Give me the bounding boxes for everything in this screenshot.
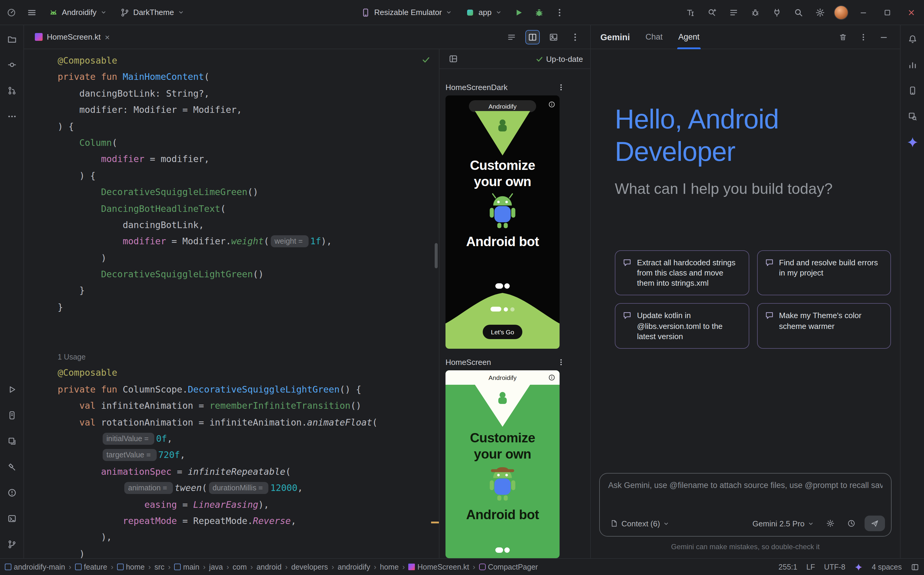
problems-tool-icon[interactable] xyxy=(4,485,19,500)
profiler-icon[interactable] xyxy=(905,57,920,73)
pull-requests-icon[interactable] xyxy=(4,83,19,98)
preview-name-light[interactable]: HomeScreen xyxy=(445,357,491,367)
task-list-icon[interactable] xyxy=(726,5,741,20)
breadcrumb-item[interactable]: home xyxy=(117,563,145,571)
send-button[interactable] xyxy=(865,516,885,531)
running-devices-icon[interactable] xyxy=(905,83,920,98)
design-view-icon[interactable] xyxy=(546,29,561,45)
file-encoding[interactable]: UTF-8 xyxy=(824,563,845,571)
debug-button[interactable] xyxy=(531,5,547,20)
build-variants-icon[interactable] xyxy=(4,434,19,449)
tab-chat[interactable]: Chat xyxy=(646,25,663,49)
code-line[interactable]: DancingBotHeadlineText( xyxy=(58,201,439,217)
logcat-tool-icon[interactable] xyxy=(4,408,19,423)
gemini-menu-icon[interactable] xyxy=(856,29,871,45)
model-selector[interactable]: Gemini 2.5 Pro xyxy=(750,517,817,530)
breadcrumb-item[interactable]: feature xyxy=(75,563,107,571)
breadcrumb-item[interactable]: androidify xyxy=(338,563,370,571)
breadcrumb-item[interactable]: androidify-main xyxy=(5,563,65,571)
code-line[interactable]: @Composable xyxy=(58,365,439,382)
code-line[interactable] xyxy=(58,316,439,332)
code-line[interactable]: modifier = modifier, xyxy=(58,152,439,168)
caret-position[interactable]: 255:1 xyxy=(778,563,797,571)
code-line[interactable]: @Composable xyxy=(58,53,439,69)
editor-scrollbar-thumb[interactable] xyxy=(435,243,438,268)
indent-setting[interactable]: 4 spaces xyxy=(872,563,902,571)
breadcrumb-item[interactable]: HomeScreen.kt xyxy=(408,563,469,571)
lets-go-button[interactable]: Let's Go xyxy=(483,325,522,339)
code-line[interactable]: val rotationAnimation = infiniteAnimatio… xyxy=(58,415,439,431)
preview-name-dark[interactable]: HomeScreenDark xyxy=(445,83,507,92)
version-control-icon[interactable] xyxy=(4,537,19,552)
search-sparkle-icon[interactable] xyxy=(704,5,720,20)
window-layout-icon[interactable] xyxy=(911,563,919,571)
preview-menu-icon[interactable] xyxy=(555,356,567,368)
breadcrumb-item[interactable]: com xyxy=(233,563,247,571)
prompt-settings-icon[interactable] xyxy=(822,516,838,531)
code-line[interactable]: } xyxy=(58,283,439,300)
preview-build-status[interactable]: Up-to-date xyxy=(535,54,583,64)
inspections-ok-icon[interactable] xyxy=(421,55,431,64)
gemini-suggestion-card[interactable]: Find and resolve build errors in my proj… xyxy=(757,250,891,295)
run-tool-icon[interactable] xyxy=(4,382,19,397)
breadcrumb-item[interactable]: android xyxy=(256,563,281,571)
tab-close-icon[interactable]: × xyxy=(105,33,110,41)
main-menu-icon[interactable] xyxy=(24,5,40,20)
window-close-button[interactable] xyxy=(902,5,921,20)
device-selector[interactable]: Resizable Emulator xyxy=(357,6,456,19)
code-line[interactable]: dancingBotLink, xyxy=(58,217,439,234)
run-configuration-selector[interactable]: app xyxy=(461,6,506,19)
project-tool-icon[interactable] xyxy=(4,31,19,47)
gemini-suggestion-card[interactable]: Extract all hardcoded strings from this … xyxy=(615,250,749,295)
user-avatar[interactable] xyxy=(834,5,848,19)
tab-agent[interactable]: Agent xyxy=(678,25,700,49)
gemini-star-icon[interactable] xyxy=(905,135,920,150)
gemini-suggestion-card[interactable]: Make my Theme's color scheme warmer xyxy=(757,303,891,349)
split-view-icon[interactable] xyxy=(525,30,540,44)
code-line[interactable]: repeatMode = RepeatMode.Reverse, xyxy=(58,513,439,530)
more-tools-icon[interactable] xyxy=(4,109,19,124)
gemini-prompt-box[interactable]: Ask Gemini, use @filename to attach sour… xyxy=(599,473,892,537)
breadcrumb-item[interactable]: main xyxy=(174,563,199,571)
code-line[interactable]: private fun MainHomeContent( xyxy=(58,69,439,86)
code-line[interactable]: 1 Usage xyxy=(58,349,439,365)
preview-device-dark[interactable]: Androidify Customize your own xyxy=(445,95,560,349)
code-line[interactable]: dancingBotLink: String?, xyxy=(58,86,439,102)
code-line[interactable]: ) { xyxy=(58,168,439,184)
line-ending[interactable]: LF xyxy=(806,563,815,571)
terminal-tool-icon[interactable] xyxy=(4,511,19,526)
editor-menu-icon[interactable] xyxy=(567,29,583,45)
plugin-icon[interactable] xyxy=(769,5,785,20)
context-selector[interactable]: Context (6) xyxy=(607,517,673,530)
ai-assist-icon[interactable] xyxy=(854,563,863,571)
settings-gear-icon[interactable] xyxy=(812,5,828,20)
code-line[interactable]: ) xyxy=(58,250,439,267)
code-line[interactable] xyxy=(58,332,439,349)
text-tool-icon[interactable] xyxy=(683,5,698,20)
more-actions-icon[interactable] xyxy=(552,5,567,20)
window-maximize-button[interactable] xyxy=(878,5,896,20)
notifications-icon[interactable] xyxy=(905,31,920,47)
breadcrumb-item[interactable]: CompactPager xyxy=(479,563,538,571)
code-line[interactable]: private fun ColumnScope.DecorativeSquigg… xyxy=(58,382,439,398)
breadcrumb-item[interactable]: developers xyxy=(291,563,328,571)
gemini-suggestion-card[interactable]: Update kotlin in @libs.version.toml to t… xyxy=(615,303,749,349)
info-icon[interactable] xyxy=(548,374,555,381)
code-line[interactable]: ), xyxy=(58,530,439,546)
build-tool-icon[interactable] xyxy=(4,459,19,475)
history-icon[interactable] xyxy=(844,516,859,531)
code-line[interactable]: animation = tween(durationMillis = 12000… xyxy=(58,480,439,497)
vcs-branch-selector[interactable]: DarkTheme xyxy=(116,6,189,19)
code-line[interactable]: val infiniteAnimation = rememberInfinite… xyxy=(58,398,439,415)
breadcrumb-item[interactable]: src xyxy=(154,563,164,571)
code-line[interactable]: ) { xyxy=(58,119,439,135)
project-selector[interactable]: Androidify xyxy=(45,6,111,19)
window-minimize-button[interactable] xyxy=(854,5,872,20)
code-editor[interactable]: @Composableprivate fun MainHomeContent( … xyxy=(24,49,439,558)
code-line[interactable]: animationSpec = infiniteRepeatable( xyxy=(58,464,439,480)
breadcrumb-item[interactable]: java xyxy=(209,563,223,571)
search-everywhere-icon[interactable] xyxy=(791,5,806,20)
commit-tool-icon[interactable] xyxy=(4,57,19,73)
code-line[interactable]: initialValue = 0f, xyxy=(58,431,439,448)
delete-conversation-icon[interactable] xyxy=(835,29,851,45)
